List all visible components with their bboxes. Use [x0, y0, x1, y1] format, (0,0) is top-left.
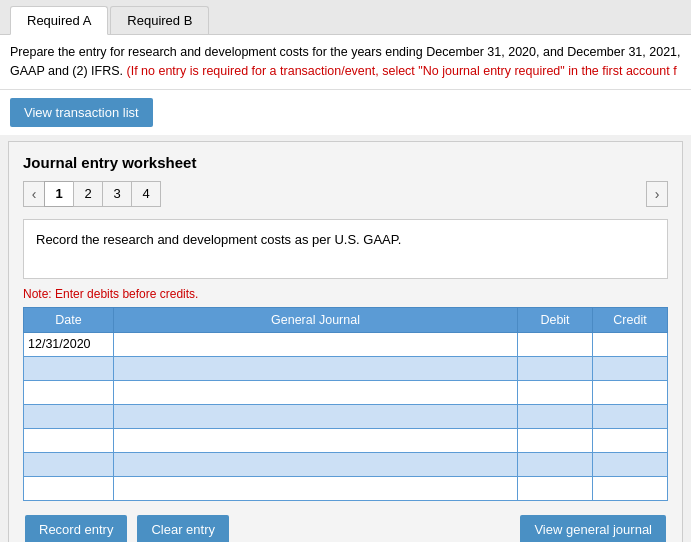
view-general-journal-button[interactable]: View general journal	[520, 515, 666, 543]
table-row	[24, 476, 668, 500]
table-row	[24, 332, 668, 356]
date-input[interactable]	[28, 357, 109, 380]
debit-input[interactable]	[522, 381, 588, 404]
cell-journal[interactable]	[114, 356, 518, 380]
journal-input[interactable]	[118, 333, 513, 356]
cell-credit[interactable]	[593, 404, 668, 428]
instructions-red-text: (If no entry is required for a transacti…	[127, 64, 677, 78]
col-header-credit: Credit	[593, 307, 668, 332]
worksheet-title: Journal entry worksheet	[23, 154, 668, 171]
cell-journal[interactable]	[114, 404, 518, 428]
page-btn-1[interactable]: 1	[44, 181, 74, 207]
instructions-text2: GAAP and (2) IFRS.	[10, 64, 123, 78]
cell-credit[interactable]	[593, 428, 668, 452]
date-input[interactable]	[28, 405, 109, 428]
credit-input[interactable]	[597, 405, 663, 428]
journal-input[interactable]	[118, 453, 513, 476]
cell-journal[interactable]	[114, 380, 518, 404]
debit-input[interactable]	[522, 453, 588, 476]
date-input[interactable]	[28, 333, 109, 356]
note-text: Note: Enter debits before credits.	[23, 287, 668, 301]
cell-date[interactable]	[24, 332, 114, 356]
table-row	[24, 404, 668, 428]
cell-date[interactable]	[24, 428, 114, 452]
journal-input[interactable]	[118, 429, 513, 452]
col-header-debit: Debit	[518, 307, 593, 332]
cell-debit[interactable]	[518, 404, 593, 428]
date-input[interactable]	[28, 429, 109, 452]
view-transaction-btn[interactable]: View transaction list	[10, 98, 153, 127]
date-input[interactable]	[28, 477, 109, 500]
debit-input[interactable]	[522, 477, 588, 500]
cell-debit[interactable]	[518, 356, 593, 380]
cell-credit[interactable]	[593, 356, 668, 380]
cell-journal[interactable]	[114, 332, 518, 356]
bottom-buttons: Record entry Clear entry View general jo…	[23, 515, 668, 543]
page-btn-4[interactable]: 4	[131, 181, 161, 207]
cell-credit[interactable]	[593, 332, 668, 356]
instructions-text1: Prepare the entry for research and devel…	[10, 45, 681, 59]
credit-input[interactable]	[597, 429, 663, 452]
cell-date[interactable]	[24, 452, 114, 476]
page-btn-2[interactable]: 2	[73, 181, 103, 207]
cell-date[interactable]	[24, 356, 114, 380]
cell-credit[interactable]	[593, 380, 668, 404]
table-row	[24, 428, 668, 452]
worksheet-container: Journal entry worksheet ‹ 1 2 3 4 › Reco…	[8, 141, 683, 543]
cell-date[interactable]	[24, 380, 114, 404]
col-header-journal: General Journal	[114, 307, 518, 332]
cell-debit[interactable]	[518, 332, 593, 356]
instructions-area: Prepare the entry for research and devel…	[0, 35, 691, 90]
clear-entry-button[interactable]: Clear entry	[137, 515, 229, 543]
record-entry-button[interactable]: Record entry	[25, 515, 127, 543]
cell-debit[interactable]	[518, 476, 593, 500]
page-btn-3[interactable]: 3	[102, 181, 132, 207]
journal-input[interactable]	[118, 357, 513, 380]
table-row	[24, 380, 668, 404]
description-text: Record the research and development cost…	[36, 232, 401, 247]
cell-debit[interactable]	[518, 380, 593, 404]
debit-input[interactable]	[522, 405, 588, 428]
table-row	[24, 356, 668, 380]
journal-input[interactable]	[118, 477, 513, 500]
description-box: Record the research and development cost…	[23, 219, 668, 279]
cell-journal[interactable]	[114, 452, 518, 476]
journal-input[interactable]	[118, 405, 513, 428]
credit-input[interactable]	[597, 357, 663, 380]
debit-input[interactable]	[522, 333, 588, 356]
cell-date[interactable]	[24, 404, 114, 428]
cell-credit[interactable]	[593, 452, 668, 476]
col-header-date: Date	[24, 307, 114, 332]
debit-input[interactable]	[522, 429, 588, 452]
cell-date[interactable]	[24, 476, 114, 500]
journal-table: Date General Journal Debit Credit	[23, 307, 668, 501]
date-input[interactable]	[28, 453, 109, 476]
credit-input[interactable]	[597, 477, 663, 500]
tab-required-b[interactable]: Required B	[110, 6, 209, 34]
tabs-bar: Required A Required B	[0, 0, 691, 35]
button-bar: View transaction list	[0, 90, 691, 135]
cell-debit[interactable]	[518, 428, 593, 452]
cell-credit[interactable]	[593, 476, 668, 500]
credit-input[interactable]	[597, 453, 663, 476]
date-input[interactable]	[28, 381, 109, 404]
credit-input[interactable]	[597, 333, 663, 356]
cell-journal[interactable]	[114, 428, 518, 452]
page-navigation: ‹ 1 2 3 4 ›	[23, 181, 668, 207]
next-page-arrow[interactable]: ›	[646, 181, 668, 207]
journal-input[interactable]	[118, 381, 513, 404]
credit-input[interactable]	[597, 381, 663, 404]
cell-journal[interactable]	[114, 476, 518, 500]
tab-required-a[interactable]: Required A	[10, 6, 108, 35]
cell-debit[interactable]	[518, 452, 593, 476]
prev-page-arrow[interactable]: ‹	[23, 181, 45, 207]
table-row	[24, 452, 668, 476]
debit-input[interactable]	[522, 357, 588, 380]
